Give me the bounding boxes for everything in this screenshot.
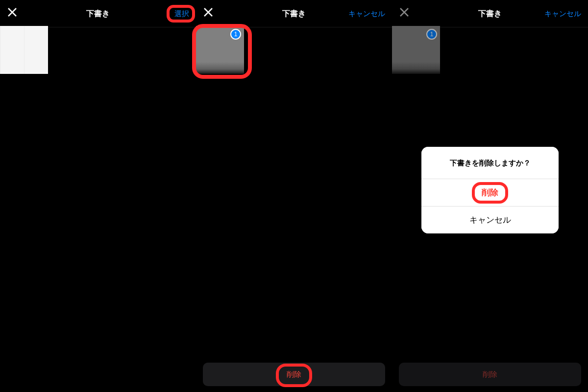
draft-thumbnail-selected[interactable]: 1 — [196, 26, 244, 74]
selection-badge: 1 — [426, 29, 437, 40]
header-title: 下書き — [282, 8, 306, 19]
close-button[interactable] — [397, 5, 412, 23]
delete-button[interactable]: 削除 — [203, 363, 385, 386]
confirm-title: 下書きを削除しますか？ — [421, 147, 559, 179]
selection-badge: 1 — [230, 29, 241, 40]
confirm-action-sheet: 下書きを削除しますか？ 削除 キャンセル — [421, 147, 559, 233]
confirm-delete-button[interactable]: 削除 — [421, 179, 559, 207]
close-button[interactable] — [5, 5, 20, 23]
delete-button-label: 削除 — [287, 370, 301, 379]
confirm-cancel-label: キャンセル — [469, 215, 511, 225]
draft-thumbnail[interactable] — [0, 26, 48, 74]
close-icon — [399, 7, 410, 21]
header-title: 下書き — [478, 8, 502, 19]
cancel-button[interactable]: キャンセル — [348, 9, 385, 18]
cancel-button[interactable]: キャンセル — [544, 9, 581, 18]
confirm-delete-label: 削除 — [482, 188, 498, 197]
delete-button-label: 削除 — [483, 370, 497, 379]
select-button[interactable]: 選択 — [174, 9, 189, 18]
close-button[interactable] — [201, 5, 216, 23]
panel-drafts-list: 下書き 選択 — [0, 0, 196, 392]
confirm-cancel-button[interactable]: キャンセル — [421, 207, 559, 233]
header: 下書き キャンセル — [196, 0, 392, 27]
header: 下書き 選択 — [0, 0, 196, 27]
panel-drafts-selection: 下書き キャンセル 1 削除 — [196, 0, 392, 392]
header: 下書き キャンセル — [392, 0, 588, 27]
close-icon — [7, 7, 18, 21]
draft-thumbnail-selected[interactable]: 1 — [392, 26, 440, 74]
close-icon — [203, 7, 214, 21]
panel-delete-confirm: 下書き キャンセル 1 削除 下書きを削除しますか？ 削除 キャンセル — [392, 0, 588, 392]
delete-button[interactable]: 削除 — [399, 363, 581, 386]
header-title: 下書き — [86, 8, 110, 19]
